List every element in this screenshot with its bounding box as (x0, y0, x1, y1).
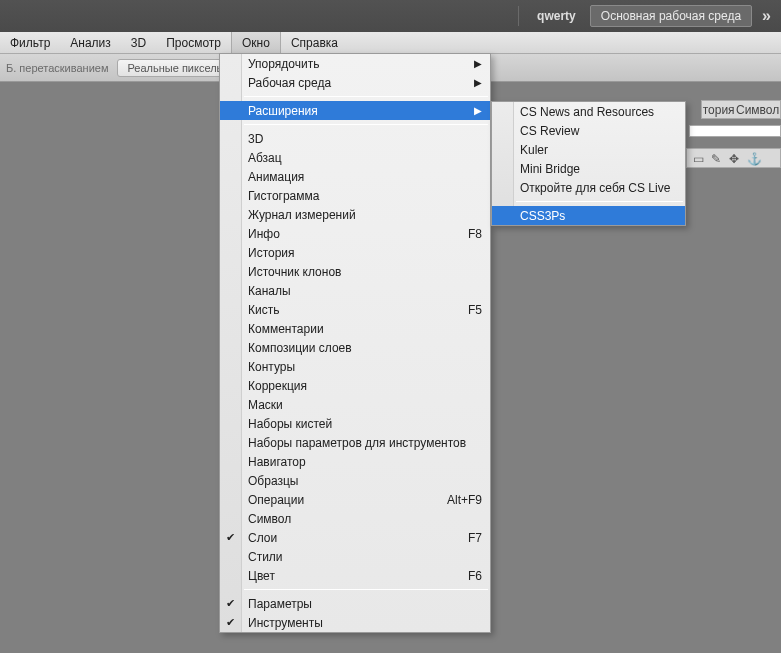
real-pixels-button[interactable]: Реальные пикселы (117, 59, 236, 77)
edit-icon[interactable]: ✎ (711, 152, 723, 164)
menu-item[interactable]: Маски (220, 395, 490, 414)
titlebar-divider (518, 6, 519, 26)
menu-item-shortcut: F5 (468, 303, 482, 317)
menu-item-label: Инфо (248, 227, 280, 241)
menu-item[interactable]: CS News and Resources (492, 102, 685, 121)
menu-separator (244, 124, 488, 125)
menu-item[interactable]: Kuler (492, 140, 685, 159)
menu-item[interactable]: Коррекция (220, 376, 490, 395)
submenu-item-css3ps[interactable]: CSS3Ps (492, 206, 685, 225)
menu-item[interactable]: Абзац (220, 148, 490, 167)
check-icon: ✔ (226, 531, 235, 544)
menu-item-label: CS News and Resources (520, 105, 654, 119)
menu-item[interactable]: CS Review (492, 121, 685, 140)
move-icon[interactable]: ✥ (729, 152, 741, 164)
menu-item-label: Абзац (248, 151, 282, 165)
tab-history[interactable]: тория (703, 103, 735, 117)
menu-item[interactable]: Композиции слоев (220, 338, 490, 357)
menu-item-label: Слои (248, 531, 277, 545)
menu-item[interactable]: Источник клонов (220, 262, 490, 281)
menu-item[interactable]: Образцы (220, 471, 490, 490)
menu-item[interactable]: Навигатор (220, 452, 490, 471)
menu-item-extensions[interactable]: Расширения ▶ (220, 101, 490, 120)
menu-item[interactable]: ИнфоF8 (220, 224, 490, 243)
menu-item-label: Операции (248, 493, 304, 507)
expand-panels-button[interactable]: » (758, 7, 775, 25)
menu-item-label: Анимация (248, 170, 304, 184)
menu-item-label: Коррекция (248, 379, 307, 393)
right-panel-field (689, 125, 781, 137)
menu-item[interactable]: Гистограмма (220, 186, 490, 205)
anchor-icon[interactable]: ⚓ (747, 152, 759, 164)
menu-item[interactable]: ЦветF6 (220, 566, 490, 585)
menu-item-label: Источник клонов (248, 265, 341, 279)
menu-item-label: CSS3Ps (520, 209, 565, 223)
menu-separator (516, 201, 683, 202)
menu-item-label: Mini Bridge (520, 162, 580, 176)
right-panel-icons: ▭ ✎ ✥ ⚓ (686, 148, 781, 168)
submenu-arrow-icon: ▶ (474, 105, 482, 116)
menu-item[interactable]: История (220, 243, 490, 262)
menu-item-label: Символ (248, 512, 291, 526)
menu-item-label: Контуры (248, 360, 295, 374)
menu-item-label: Стили (248, 550, 283, 564)
menu-item-workspace[interactable]: Рабочая среда ▶ (220, 73, 490, 92)
menu-item-shortcut: F6 (468, 569, 482, 583)
menu-item[interactable]: Контуры (220, 357, 490, 376)
menu-item-label: Образцы (248, 474, 298, 488)
menu-view[interactable]: Просмотр (156, 32, 231, 53)
menu-item[interactable]: Комментарии (220, 319, 490, 338)
menu-item-label: Расширения (248, 104, 318, 118)
menu-item[interactable]: 3D (220, 129, 490, 148)
user-label: qwerty (529, 9, 584, 23)
toolbar-drag-hint: Б. перетаскиванием (6, 62, 109, 74)
menu-item[interactable]: Журнал измерений (220, 205, 490, 224)
page-icon[interactable]: ▭ (693, 152, 705, 164)
menu-item-shortcut: Alt+F9 (447, 493, 482, 507)
menu-item-shortcut: F8 (468, 227, 482, 241)
app-titlebar: qwerty Основная рабочая среда » (0, 0, 781, 32)
menu-item[interactable]: ОперацииAlt+F9 (220, 490, 490, 509)
menu-item-label: Параметры (248, 597, 312, 611)
menu-item-label: Комментарии (248, 322, 324, 336)
menu-item-label: Откройте для себя CS Live (520, 181, 670, 195)
menu-help[interactable]: Справка (281, 32, 348, 53)
menu-3d[interactable]: 3D (121, 32, 156, 53)
menu-item-label: Каналы (248, 284, 291, 298)
menu-separator (244, 589, 488, 590)
tab-character[interactable]: Символ (736, 103, 779, 117)
check-icon: ✔ (226, 616, 235, 629)
workspace-switcher-button[interactable]: Основная рабочая среда (590, 5, 752, 27)
menu-item[interactable]: Наборы параметров для инструментов (220, 433, 490, 452)
menu-item[interactable]: Символ (220, 509, 490, 528)
menu-item-label: Композиции слоев (248, 341, 352, 355)
menu-analysis[interactable]: Анализ (60, 32, 121, 53)
menu-item-label: Маски (248, 398, 283, 412)
menu-item[interactable]: Анимация (220, 167, 490, 186)
menu-item[interactable]: КистьF5 (220, 300, 490, 319)
menu-item-arrange[interactable]: Упорядочить ▶ (220, 54, 490, 73)
menubar: Фильтр Анализ 3D Просмотр Окно Справка (0, 32, 781, 54)
menu-filter[interactable]: Фильтр (0, 32, 60, 53)
menu-item[interactable]: Каналы (220, 281, 490, 300)
menu-item[interactable]: Mini Bridge (492, 159, 685, 178)
menu-item-label: Навигатор (248, 455, 306, 469)
menu-item-label: CS Review (520, 124, 579, 138)
check-icon: ✔ (226, 597, 235, 610)
menu-item-label: Рабочая среда (248, 76, 331, 90)
menu-item-label: Цвет (248, 569, 275, 583)
menu-item[interactable]: ✔Инструменты (220, 613, 490, 632)
menu-item[interactable]: ✔Параметры (220, 594, 490, 613)
menu-item[interactable]: Наборы кистей (220, 414, 490, 433)
menu-item[interactable]: Стили (220, 547, 490, 566)
menu-item-label: Гистограмма (248, 189, 319, 203)
menu-item-label: Журнал измерений (248, 208, 356, 222)
menu-item[interactable]: ✔СлоиF7 (220, 528, 490, 547)
right-panel-tabs[interactable]: тория Символ (701, 100, 781, 119)
menu-item-label: Кисть (248, 303, 279, 317)
menu-window[interactable]: Окно (231, 32, 281, 53)
menu-item[interactable]: Откройте для себя CS Live (492, 178, 685, 197)
menu-item-label: Наборы параметров для инструментов (248, 436, 466, 450)
menu-item-label: 3D (248, 132, 263, 146)
menu-item-label: Kuler (520, 143, 548, 157)
